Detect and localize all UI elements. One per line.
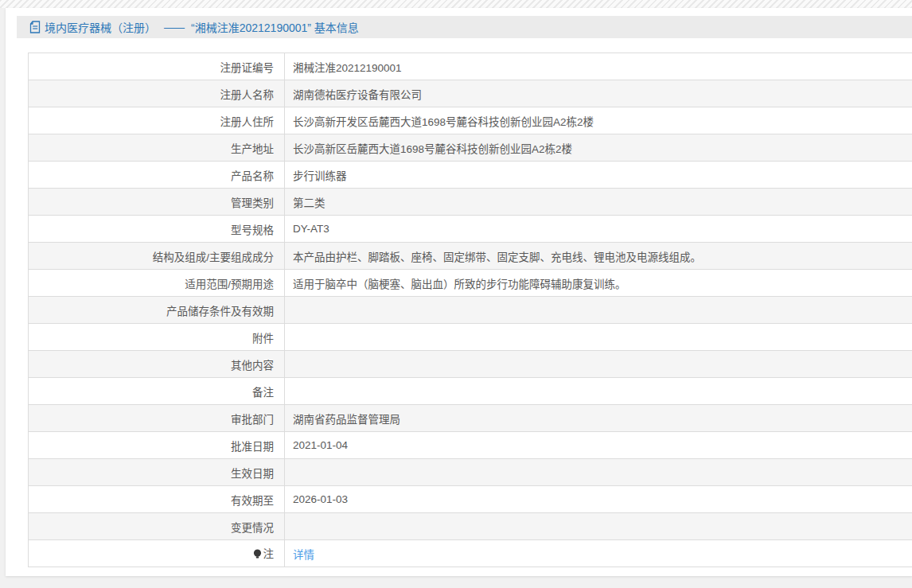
row-value: 2021-01-04 [293, 439, 348, 451]
row-value: DY-AT3 [293, 223, 329, 235]
row-label: 注册人住所 [220, 116, 275, 128]
title-separator: —— [164, 21, 183, 33]
row-value: 适用于脑卒中（脑梗塞、脑出血）所致的步行功能障碍辅助康复训练。 [293, 278, 626, 290]
row-value: 第二类 [293, 197, 325, 209]
table-row: 型号规格 DY-AT3 [29, 216, 912, 243]
document-icon [29, 21, 41, 33]
row-label: 管理类别 [231, 197, 274, 209]
table-row: 注册人住所 长沙高新开发区岳麓西大道1698号麓谷科技创新创业园A2栋2楼 [29, 107, 912, 134]
row-label: 审批部门 [231, 414, 274, 426]
registration-info-table: 注册证编号 湘械注准20212190001 注册人名称 湖南德祐医疗设备有限公司 [28, 53, 912, 567]
row-label: 生效日期 [231, 468, 274, 480]
row-value: 2026-01-03 [293, 493, 348, 505]
table-row: 结构及组成/主要组成成分 本产品由护栏、脚踏板、座椅、固定绑带、固定支脚、充电线… [29, 243, 912, 270]
table-row: 适用范围/预期用途 适用于脑卒中（脑梗塞、脑出血）所致的步行功能障碍辅助康复训练… [29, 270, 912, 297]
table-row: 注册人名称 湖南德祐医疗设备有限公司 [29, 80, 912, 107]
row-value: 长沙高新开发区岳麓西大道1698号麓谷科技创新创业园A2栋2楼 [293, 116, 594, 128]
table-row: 批准日期 2021-01-04 [29, 432, 912, 459]
table-row: 附件 [29, 324, 912, 351]
table-row: 变更情况 [29, 513, 912, 540]
page-title-bar: 境内医疗器械（注册） —— “湘械注准20212190001” 基本信息 [17, 16, 912, 38]
row-label: 结构及组成/主要组成成分 [153, 251, 274, 263]
row-value: 长沙高新区岳麓西大道1698号麓谷科技创新创业园A2栋2楼 [293, 143, 572, 155]
row-label: 注 [263, 548, 275, 560]
row-value: 湘械注准20212190001 [293, 62, 402, 74]
bulb-icon [253, 549, 262, 562]
row-label: 产品储存条件及有效期 [166, 306, 274, 317]
table-row: 管理类别 第二类 [29, 189, 912, 216]
row-label: 注册人名称 [220, 89, 275, 101]
row-value: 湖南德祐医疗设备有限公司 [293, 89, 422, 101]
row-label: 附件 [252, 333, 274, 345]
table-row: 生产地址 长沙高新区岳麓西大道1698号麓谷科技创新创业园A2栋2楼 [29, 134, 912, 162]
details-link[interactable]: 详情 [293, 549, 314, 561]
table-row: 产品名称 步行训练器 [29, 162, 912, 189]
row-label: 批准日期 [231, 441, 274, 453]
row-value: 步行训练器 [293, 170, 347, 182]
row-label: 变更情况 [231, 522, 274, 534]
table-row: 备注 [29, 378, 912, 405]
row-value: 湖南省药品监督管理局 [293, 414, 400, 426]
row-label: 产品名称 [231, 170, 274, 182]
row-label: 有效期至 [231, 495, 274, 507]
row-label: 备注 [252, 387, 274, 399]
page-top-stripe-texture [0, 0, 912, 8]
table-row: 审批部门 湖南省药品监督管理局 [29, 405, 912, 432]
row-label: 其他内容 [231, 360, 274, 372]
page-title-cert-info: “湘械注准20212190001” 基本信息 [191, 19, 359, 35]
row-label: 适用范围/预期用途 [185, 278, 274, 290]
row-value: 本产品由护栏、脚踏板、座椅、固定绑带、固定支脚、充电线、锂电池及电源线组成。 [293, 251, 701, 263]
table-row: 其他内容 [29, 351, 912, 378]
content-panel: 境内医疗器械（注册） —— “湘械注准20212190001” 基本信息 注册证… [6, 8, 912, 576]
row-label: 注册证编号 [220, 62, 275, 74]
table-row: 产品储存条件及有效期 [29, 297, 912, 324]
table-row: 生效日期 [29, 459, 912, 486]
table-row: 注 详情 [29, 540, 912, 567]
table-row: 注册证编号 湘械注准20212190001 [29, 53, 912, 80]
page-title-prefix: 境内医疗器械（注册） [45, 19, 156, 35]
row-label: 型号规格 [231, 224, 274, 236]
table-row: 有效期至 2026-01-03 [29, 486, 912, 513]
row-label: 生产地址 [231, 143, 274, 155]
